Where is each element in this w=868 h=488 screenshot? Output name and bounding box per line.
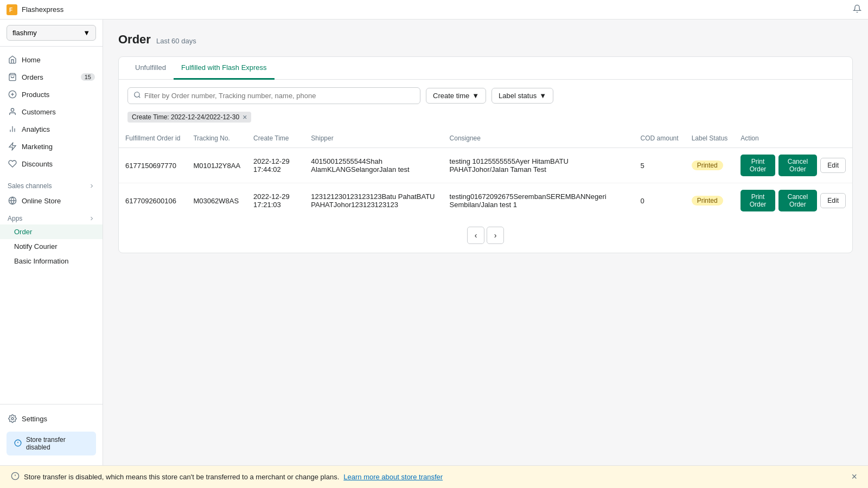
- settings-icon: [8, 414, 17, 423]
- cell-fulfillment-order-id: 6177092600106: [119, 183, 187, 219]
- orders-badge: 15: [81, 73, 95, 81]
- sidebar-item-discounts[interactable]: Discounts: [0, 155, 103, 172]
- sidebar-item-online-store[interactable]: Online Store: [0, 192, 103, 209]
- cancel-order-button[interactable]: Cancel Order: [778, 155, 818, 176]
- home-icon: [8, 55, 17, 65]
- sidebar-item-orders-label: Orders: [22, 73, 43, 81]
- store-transfer-badge[interactable]: Store transfer disabled: [7, 432, 96, 455]
- sidebar-item-analytics-label: Analytics: [22, 125, 50, 133]
- cell-consignee: testing 10125555555Ayer HitamBATU PAHATJ…: [443, 148, 634, 183]
- sidebar-item-settings[interactable]: Settings: [0, 410, 103, 427]
- table-header-row: Fulfillment Order id Tracking No. Create…: [119, 129, 852, 148]
- cell-tracking-no: M03062W8AS: [187, 183, 247, 219]
- col-consignee: Consignee: [443, 129, 634, 148]
- tab-fulfilled-flash[interactable]: Fulfilled with Flash Express: [174, 57, 275, 80]
- online-store-label: Online Store: [22, 197, 61, 205]
- discounts-icon: [8, 159, 17, 169]
- create-time-filter-button[interactable]: Create time ▼: [426, 88, 486, 104]
- banner-link[interactable]: Learn more about store transfer: [343, 473, 443, 481]
- cell-shipper: 40150012555544Shah AlamKLANGSelangorJala…: [304, 148, 443, 183]
- cell-create-time: 2022-12-29 17:21:03: [247, 183, 304, 219]
- products-icon: [8, 89, 17, 99]
- page-header: Order Last 60 days: [118, 33, 853, 47]
- tab-bar: Unfulfilled Fulfilled with Flash Express: [119, 57, 852, 80]
- active-filter-tag: Create Time: 2022-12-24/2022-12-30 ×: [127, 112, 251, 123]
- prev-page-button[interactable]: ‹: [467, 227, 484, 244]
- orders-table: Fulfillment Order id Tracking No. Create…: [119, 129, 852, 218]
- top-bar-actions: [853, 4, 861, 15]
- online-store-icon: [8, 196, 17, 206]
- svg-point-6: [11, 108, 14, 111]
- page-title: Order: [118, 33, 151, 47]
- filter-bar: Create time ▼ Label status ▼: [119, 80, 852, 112]
- sidebar-item-discounts-label: Discounts: [22, 160, 53, 168]
- cell-shipper: 123121230123123123Batu PahatBATU PAHATJo…: [304, 183, 443, 219]
- cell-label-status: Printed: [685, 183, 735, 219]
- filter-tags: Create Time: 2022-12-24/2022-12-30 ×: [119, 112, 852, 129]
- search-input[interactable]: [144, 92, 414, 100]
- app-logo: F: [7, 4, 17, 15]
- col-tracking-no: Tracking No.: [187, 129, 247, 148]
- svg-point-13: [11, 418, 14, 420]
- sub-nav-notify-courier[interactable]: Notify Courier: [0, 239, 103, 254]
- top-bar: F Flashexpress: [0, 0, 868, 20]
- sidebar-item-customers-label: Customers: [22, 108, 56, 116]
- banner-text: Store transfer is disabled, which means …: [24, 473, 339, 481]
- sub-nav-basic-information[interactable]: Basic Information: [0, 254, 103, 268]
- store-selector-button[interactable]: flashmy ▼: [7, 25, 96, 41]
- label-status-filter-button[interactable]: Label status ▼: [492, 88, 553, 104]
- col-create-time: Create Time: [247, 129, 304, 148]
- search-icon: [133, 91, 141, 100]
- store-selector[interactable]: flashmy ▼: [0, 20, 103, 47]
- bottom-banner: Store transfer is disabled, which means …: [0, 465, 868, 488]
- svg-marker-10: [9, 143, 16, 150]
- cell-label-status: Printed: [685, 148, 735, 183]
- edit-button[interactable]: Edit: [820, 158, 846, 173]
- sidebar-item-products-label: Products: [22, 91, 49, 99]
- store-transfer-label: Store transfer disabled: [26, 436, 88, 451]
- cancel-order-button[interactable]: Cancel Order: [778, 190, 818, 211]
- pagination: ‹ ›: [119, 218, 852, 253]
- cell-cod-amount: 0: [634, 183, 685, 219]
- info-icon: [11, 472, 20, 482]
- sales-channels-header[interactable]: Sales channels: [0, 177, 103, 192]
- print-order-button[interactable]: Print Order: [741, 155, 775, 176]
- apps-header[interactable]: Apps: [0, 209, 103, 224]
- table-row: 6177092600106 M03062W8AS 2022-12-29 17:2…: [119, 183, 852, 219]
- marketing-icon: [8, 142, 17, 151]
- col-cod-amount: COD amount: [634, 129, 685, 148]
- sidebar-item-home[interactable]: Home: [0, 51, 103, 68]
- notification-icon[interactable]: [853, 4, 861, 15]
- settings-label: Settings: [22, 415, 47, 423]
- cell-fulfillment-order-id: 6177150697770: [119, 148, 187, 183]
- cell-cod-amount: 5: [634, 148, 685, 183]
- cell-actions: Print Order Cancel Order Edit: [734, 148, 852, 183]
- svg-text:F: F: [9, 7, 12, 13]
- remove-filter-button[interactable]: ×: [242, 113, 247, 121]
- customers-icon: [8, 107, 17, 117]
- sub-nav-order[interactable]: Order: [0, 224, 103, 239]
- edit-button[interactable]: Edit: [820, 193, 846, 208]
- sidebar-item-products[interactable]: Products: [0, 86, 103, 103]
- svg-point-17: [135, 92, 139, 97]
- col-label-status: Label Status: [685, 129, 735, 148]
- cell-tracking-no: M0101J2Y8AA: [187, 148, 247, 183]
- sidebar-item-home-label: Home: [22, 56, 41, 64]
- cell-actions: Print Order Cancel Order Edit: [734, 183, 852, 219]
- sidebar-item-customers[interactable]: Customers: [0, 103, 103, 120]
- next-page-button[interactable]: ›: [487, 227, 504, 244]
- print-order-button[interactable]: Print Order: [741, 190, 775, 211]
- banner-close-button[interactable]: ×: [851, 471, 857, 483]
- sidebar-item-orders[interactable]: Orders 15: [0, 68, 103, 86]
- sidebar-bottom: Settings Store transfer disabled: [0, 404, 103, 465]
- sidebar-item-marketing[interactable]: Marketing: [0, 138, 103, 155]
- sidebar-item-analytics[interactable]: Analytics: [0, 120, 103, 138]
- cell-consignee: testing01672092675SerembanSEREMBANNegeri…: [443, 183, 634, 219]
- sidebar-item-marketing-label: Marketing: [22, 143, 53, 151]
- orders-table-wrapper: Fulfillment Order id Tracking No. Create…: [119, 129, 852, 218]
- search-wrapper[interactable]: [127, 87, 420, 104]
- main-content: Order Last 60 days Unfulfilled Fulfilled…: [103, 20, 868, 465]
- app-title: Flashexpress: [22, 5, 63, 14]
- info-icon: [14, 439, 22, 448]
- tab-unfulfilled[interactable]: Unfulfilled: [127, 57, 174, 80]
